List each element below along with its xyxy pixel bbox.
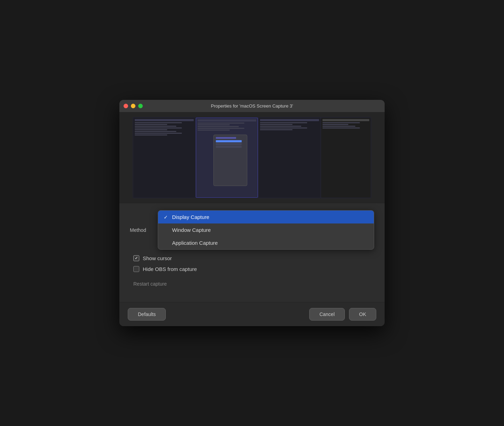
hide-obs-label: Hide OBS from capture (143, 266, 197, 272)
show-cursor-label: Show cursor (143, 255, 172, 261)
preview-area (119, 112, 385, 203)
hide-obs-row: Hide OBS from capture (130, 266, 374, 272)
method-dropdown[interactable]: ✓ Display Capture Window Capture Applica… (158, 210, 374, 250)
bottom-bar: Defaults Cancel OK (119, 302, 385, 326)
method-dropdown-container: ✓ Display Capture Window Capture Applica… (158, 210, 374, 250)
preview-screenshot (119, 112, 385, 203)
option-label-display-capture: Display Capture (172, 214, 209, 220)
method-row: Method ✓ Display Capture Window Capture … (130, 210, 374, 250)
mock-panel-3 (259, 118, 320, 198)
checkmark-icon: ✓ (164, 214, 169, 220)
restart-capture-button[interactable]: Restart capture (133, 280, 167, 288)
content-area: Method ✓ Display Capture Window Capture … (119, 203, 385, 302)
option-label-window-capture: Window Capture (172, 227, 211, 233)
dropdown-option-display-capture[interactable]: ✓ Display Capture (158, 211, 374, 223)
minimize-button[interactable] (131, 104, 135, 108)
defaults-button[interactable]: Defaults (128, 308, 166, 321)
titlebar: Properties for 'macOS Screen Capture 3' (119, 100, 385, 112)
method-label: Method (130, 227, 158, 233)
window-title: Properties for 'macOS Screen Capture 3' (211, 103, 293, 109)
maximize-button[interactable] (138, 104, 143, 108)
traffic-lights (124, 104, 143, 108)
mock-panel-4 (321, 118, 371, 198)
dropdown-option-window-capture[interactable]: Window Capture (158, 223, 374, 236)
mock-dialog (213, 134, 247, 186)
show-cursor-row: Show cursor (130, 255, 374, 261)
mock-panel-1 (133, 118, 195, 198)
show-cursor-checkbox[interactable] (133, 255, 139, 261)
option-label-application-capture: Application Capture (172, 240, 218, 246)
hide-obs-checkbox[interactable] (133, 266, 139, 272)
close-button[interactable] (124, 104, 128, 108)
properties-window: Properties for 'macOS Screen Capture 3' (119, 100, 385, 326)
ok-button[interactable]: OK (349, 308, 376, 321)
cancel-button[interactable]: Cancel (309, 308, 345, 321)
right-buttons: Cancel OK (309, 308, 376, 321)
mock-panel-2 (196, 118, 258, 198)
obs-mockup (133, 117, 371, 198)
preview-inner (133, 117, 371, 198)
dropdown-option-application-capture[interactable]: Application Capture (158, 236, 374, 249)
